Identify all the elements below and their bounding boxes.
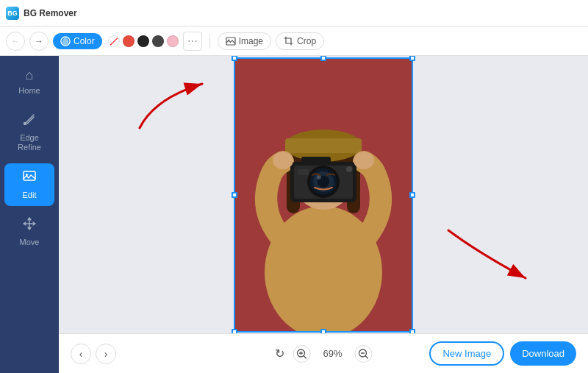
crop-icon xyxy=(284,36,294,46)
redo-button[interactable]: → xyxy=(29,32,49,51)
svg-point-5 xyxy=(26,174,28,176)
color-palette xyxy=(108,35,179,47)
photo-background xyxy=(235,59,412,331)
arrow-annotation-1 xyxy=(132,69,228,135)
color-label: Color xyxy=(74,36,95,46)
sidebar-item-move[interactable]: Move xyxy=(4,210,54,253)
svg-point-23 xyxy=(273,152,293,169)
sidebar-item-home[interactable]: ⌂ Home xyxy=(4,62,54,102)
zoom-controls: ↻ 69% xyxy=(275,345,373,363)
new-image-button[interactable]: New Image xyxy=(429,341,504,366)
person-photo xyxy=(235,59,412,331)
more-options-button[interactable]: ⋯ xyxy=(183,32,202,51)
bottom-navigation: ‹ › xyxy=(71,344,116,364)
canvas-area: ‹ › ↻ 69% xyxy=(59,56,588,373)
svg-point-19 xyxy=(317,175,321,180)
toolbar: ← → Color ⋯ Image Crop xyxy=(0,26,588,56)
main-layout: ⌂ Home Edge Refine Edit xyxy=(0,56,588,373)
crop-button[interactable]: Crop xyxy=(276,32,324,50)
color-swatch-darkgray[interactable] xyxy=(152,35,164,47)
zoom-out-icon xyxy=(359,349,369,359)
next-button[interactable]: › xyxy=(96,344,116,364)
color-swatch-pink[interactable] xyxy=(167,35,179,47)
svg-rect-20 xyxy=(301,157,331,166)
svg-point-22 xyxy=(346,166,352,172)
undo-button[interactable]: ← xyxy=(6,32,25,51)
color-swatch-transparent[interactable] xyxy=(108,35,120,47)
app-title: BG Remover xyxy=(24,8,77,18)
zoom-in-button[interactable] xyxy=(293,345,311,363)
canvas-workspace[interactable] xyxy=(59,56,588,333)
zoom-out-button[interactable] xyxy=(355,345,373,363)
prev-button[interactable]: ‹ xyxy=(71,344,91,364)
zoom-in-icon xyxy=(297,349,307,359)
bottom-bar: ‹ › ↻ 69% xyxy=(59,333,588,373)
svg-rect-12 xyxy=(285,138,362,153)
home-label: Home xyxy=(18,86,40,96)
move-icon xyxy=(22,216,37,235)
image-icon xyxy=(226,36,236,46)
crop-label: Crop xyxy=(297,36,316,46)
home-icon: ⌂ xyxy=(26,68,34,83)
svg-rect-3 xyxy=(24,122,26,125)
move-label: Move xyxy=(20,238,40,247)
title-bar: BG BG Remover xyxy=(0,0,588,26)
svg-rect-4 xyxy=(24,171,35,180)
color-swatch-black[interactable] xyxy=(137,35,149,47)
toolbar-separator xyxy=(209,34,210,49)
image-label: Image xyxy=(239,36,263,46)
sidebar-item-edit[interactable]: Edit xyxy=(4,163,54,206)
svg-point-24 xyxy=(354,152,374,169)
bottom-actions: New Image Download xyxy=(429,341,576,366)
edge-refine-icon xyxy=(22,112,37,130)
sidebar: ⌂ Home Edge Refine Edit xyxy=(0,56,59,373)
svg-rect-21 xyxy=(298,169,309,175)
download-button[interactable]: Download xyxy=(510,341,576,366)
arrow-annotation-2 xyxy=(441,223,537,289)
edit-label: Edit xyxy=(23,191,37,200)
zoom-level: 69% xyxy=(320,348,346,359)
color-swatch-red[interactable] xyxy=(123,35,135,47)
color-button[interactable]: Color xyxy=(53,33,102,49)
edge-refine-label: Edge Refine xyxy=(7,133,51,152)
color-icon xyxy=(60,36,71,46)
image-container xyxy=(235,59,412,331)
image-button[interactable]: Image xyxy=(218,32,271,50)
app-logo: BG BG Remover xyxy=(6,7,77,20)
sidebar-item-edge-refine[interactable]: Edge Refine xyxy=(4,106,54,158)
rotate-icon[interactable]: ↻ xyxy=(275,347,284,360)
logo-icon: BG xyxy=(6,7,19,20)
edit-icon xyxy=(22,169,37,188)
